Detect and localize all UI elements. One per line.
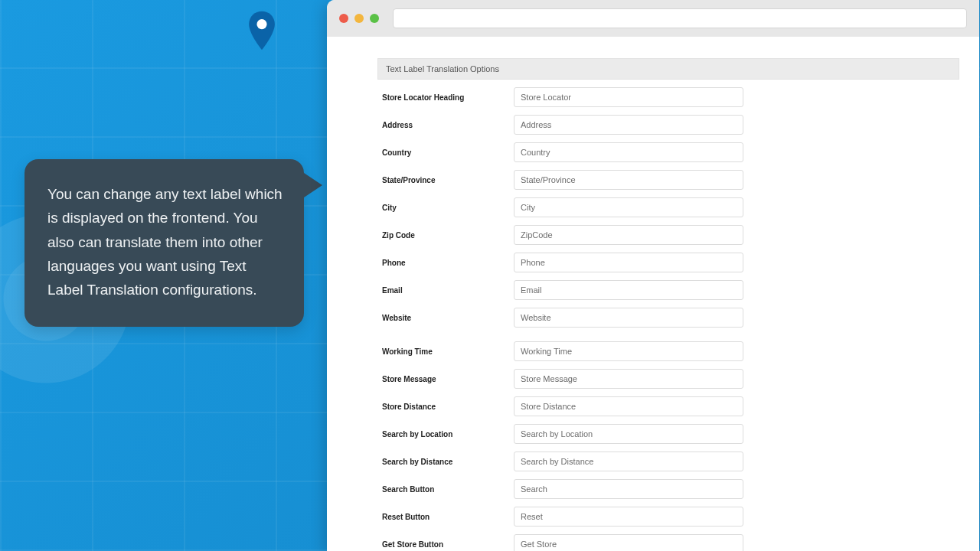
form-row-country: Country	[377, 142, 959, 162]
input-email[interactable]	[514, 280, 743, 300]
minimize-icon[interactable]	[354, 14, 364, 23]
input-website[interactable]	[514, 308, 743, 328]
label-website: Website	[377, 314, 514, 322]
label-store-locator-heading: Store Locator Heading	[377, 93, 514, 102]
input-state-province[interactable]	[514, 170, 743, 190]
form-row-city: City	[377, 197, 959, 217]
browser-window: Text Label Translation Options Store Loc…	[327, 0, 979, 551]
location-pin-icon	[239, 8, 285, 54]
close-icon[interactable]	[339, 14, 348, 23]
input-reset-button[interactable]	[514, 507, 743, 527]
form-row-address: Address	[377, 115, 959, 135]
form-row-email: Email	[377, 280, 959, 300]
input-working-time[interactable]	[514, 341, 743, 361]
address-bar[interactable]	[393, 8, 967, 28]
label-city: City	[377, 204, 514, 212]
input-phone[interactable]	[514, 253, 743, 272]
label-search-by-location: Search by Location	[377, 430, 514, 439]
input-country[interactable]	[514, 142, 743, 162]
input-search-by-location[interactable]	[514, 424, 743, 444]
form-row-zip-code: Zip Code	[377, 225, 959, 245]
label-reset-button: Reset Button	[377, 513, 514, 521]
label-search-button: Search Button	[377, 485, 514, 494]
label-get-store-button: Get Store Button	[377, 540, 514, 549]
label-country: Country	[377, 148, 514, 157]
form-row-website: Website	[377, 308, 959, 328]
input-search-by-distance[interactable]	[514, 452, 743, 471]
input-store-distance[interactable]	[514, 396, 743, 416]
form-row-search-by-distance: Search by Distance	[377, 452, 959, 471]
label-email: Email	[377, 286, 514, 295]
form-row-working-time: Working Time	[377, 341, 959, 361]
form-row-store-locator-heading: Store Locator Heading	[377, 87, 959, 107]
maximize-icon[interactable]	[370, 14, 379, 23]
form-row-state-province: State/Province	[377, 170, 959, 190]
input-store-message[interactable]	[514, 369, 743, 389]
label-search-by-distance: Search by Distance	[377, 458, 514, 466]
label-address: Address	[377, 121, 514, 129]
label-state-province: State/Province	[377, 176, 514, 184]
input-search-button[interactable]	[514, 479, 743, 499]
browser-titlebar	[327, 0, 979, 37]
form-row-store-distance: Store Distance	[377, 396, 959, 416]
label-phone: Phone	[377, 259, 514, 267]
form: Store Locator HeadingAddressCountryState…	[377, 87, 959, 551]
input-zip-code[interactable]	[514, 225, 743, 245]
label-working-time: Working Time	[377, 347, 514, 356]
panel: Text Label Translation Options Store Loc…	[327, 37, 979, 551]
input-get-store-button[interactable]	[514, 534, 743, 551]
label-zip-code: Zip Code	[377, 231, 514, 240]
form-row-phone: Phone	[377, 253, 959, 272]
input-city[interactable]	[514, 197, 743, 217]
panel-title: Text Label Translation Options	[377, 58, 959, 80]
svg-point-0	[256, 19, 266, 29]
form-row-get-store-button: Get Store Button	[377, 534, 959, 551]
input-store-locator-heading[interactable]	[514, 87, 743, 107]
form-row-store-message: Store Message	[377, 369, 959, 389]
label-store-distance: Store Distance	[377, 403, 514, 411]
form-row-search-button: Search Button	[377, 479, 959, 499]
info-callout: You can change any text label which is d…	[24, 159, 304, 327]
form-row-search-by-location: Search by Location	[377, 424, 959, 444]
info-callout-text: You can change any text label which is d…	[47, 186, 283, 298]
input-address[interactable]	[514, 115, 743, 135]
label-store-message: Store Message	[377, 375, 514, 383]
form-row-reset-button: Reset Button	[377, 507, 959, 527]
